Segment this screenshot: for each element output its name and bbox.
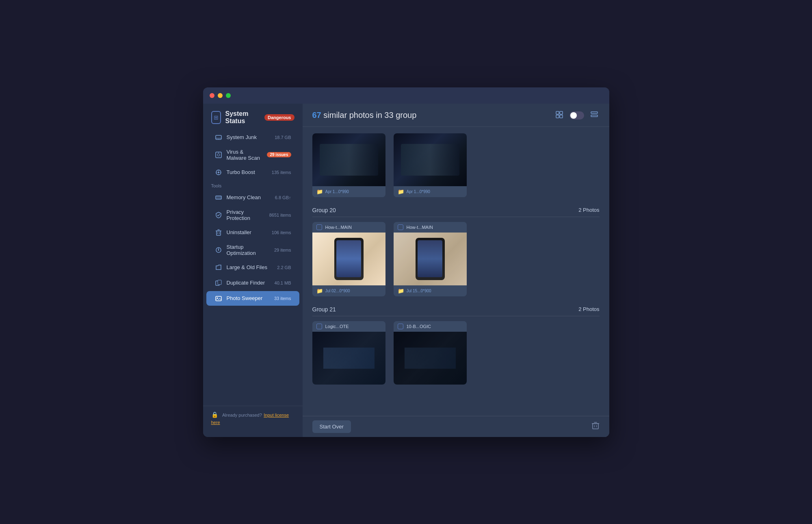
- svg-rect-0: [216, 135, 221, 139]
- duplicate-finder-count: 40.1 MB: [275, 280, 291, 285]
- photo-footer: 📁 Jul 02...0*900: [312, 285, 385, 296]
- sidebar-item-large-old-files[interactable]: Large & Old Files 2.2 GB: [206, 260, 299, 275]
- duplicate-finder-icon: [214, 279, 223, 287]
- startup-optimization-label: Startup Optimization: [227, 244, 270, 256]
- photo-card-header: How-t...MAIN: [312, 222, 385, 233]
- close-button[interactable]: [210, 93, 214, 98]
- photo-sweeper-count: 33 items: [274, 296, 291, 301]
- sidebar-item-duplicate-finder[interactable]: Duplicate Finder 40.1 MB: [206, 276, 299, 290]
- virus-scan-label: Virus & Malware Scan: [227, 149, 263, 161]
- large-old-files-count: 2.2 GB: [277, 265, 291, 270]
- folder-icon: 📁: [398, 288, 404, 294]
- virus-issues-badge: 29 issues: [267, 152, 291, 157]
- sidebar-item-virus-scan[interactable]: Virus & Malware Scan 29 issues: [206, 146, 299, 164]
- photo-checkbox[interactable]: [316, 324, 322, 329]
- memory-clean-icon: [214, 194, 223, 202]
- photo-card-group20-2[interactable]: How-t...MAIN 📁 Jul 15...0*900: [394, 222, 467, 296]
- virus-scan-icon: [214, 151, 223, 159]
- maximize-button[interactable]: [226, 93, 231, 98]
- list-view-button[interactable]: [589, 109, 600, 122]
- title-bar: [203, 87, 609, 104]
- svg-point-24: [218, 249, 219, 250]
- photo-footer: 📁 Jul 15...0*900: [394, 285, 467, 296]
- sidebar-item-privacy-protection[interactable]: Privacy Protection 8651 items: [206, 206, 299, 224]
- photo-checkbox[interactable]: [398, 224, 403, 230]
- folder-icon: 📁: [398, 189, 404, 195]
- group-21-header: Group 21 2 Photos: [312, 303, 600, 316]
- system-junk-label: System Junk: [227, 134, 271, 140]
- start-over-button[interactable]: Start Over: [312, 420, 351, 433]
- privacy-protection-label: Privacy Protection: [227, 209, 265, 221]
- delete-button[interactable]: [591, 422, 600, 432]
- turbo-boost-count: 135 items: [272, 170, 291, 175]
- group-20-header: Group 20 2 Photos: [312, 204, 600, 217]
- photo-count: 67: [312, 111, 321, 120]
- photo-meta: Jul 15...0*900: [407, 289, 431, 293]
- group-21-name: Group 21: [312, 306, 336, 313]
- svg-point-2: [218, 139, 219, 139]
- privacy-protection-icon: [214, 211, 223, 219]
- sidebar-header: ⊞ System Status Dangerous: [203, 104, 303, 130]
- photo-filename: 10-B...OGIC: [407, 324, 431, 329]
- group-21-photos: Logic...OTE 10-B...OGIC: [312, 321, 600, 385]
- photo-thumbnail: [312, 133, 385, 186]
- sidebar-item-startup-optimization[interactable]: Startup Optimization 29 items: [206, 241, 299, 259]
- svg-rect-29: [556, 111, 559, 114]
- sidebar-item-system-junk[interactable]: System Junk 18.7 GB: [206, 130, 299, 145]
- startup-optimization-icon: [214, 246, 223, 254]
- system-junk-count: 18.7 GB: [275, 135, 291, 140]
- minimize-button[interactable]: [218, 93, 223, 98]
- folder-icon: 📁: [316, 189, 323, 195]
- photo-group-top: 📁 Apr 1...0*990 📁 Apr 1...0*990: [312, 133, 600, 197]
- turbo-boost-label: Turbo Boost: [227, 169, 268, 175]
- svg-rect-35: [593, 424, 598, 429]
- svg-rect-30: [560, 111, 563, 114]
- sidebar-item-photo-sweeper[interactable]: Photo Sweeper 33 items: [206, 291, 299, 306]
- system-junk-icon: [214, 133, 223, 141]
- photo-footer: 📁 Apr 1...0*990: [394, 186, 467, 197]
- main-content: 67 similar photos in 33 group: [303, 104, 609, 437]
- sidebar: ⊞ System Status Dangerous System Junk 18…: [203, 104, 303, 437]
- photo-thumbnail: [394, 332, 467, 385]
- photos-row: 📁 Apr 1...0*990 📁 Apr 1...0*990: [312, 133, 600, 197]
- svg-point-7: [218, 172, 219, 173]
- photo-group-21: Group 21 2 Photos Logic...OTE: [312, 303, 600, 385]
- tools-section-header: Tools: [203, 180, 303, 190]
- photo-card[interactable]: 📁 Apr 1...0*990: [312, 133, 385, 197]
- svg-rect-26: [218, 280, 221, 285]
- photo-card[interactable]: 📁 Apr 1...0*990: [394, 133, 467, 197]
- grid-view-button[interactable]: [554, 109, 565, 122]
- duplicate-finder-label: Duplicate Finder: [227, 280, 271, 286]
- photo-checkbox[interactable]: [398, 324, 403, 329]
- photo-card-group20-1[interactable]: How-t...MAIN 📁 Jul 02...0*900: [312, 222, 385, 296]
- photo-thumbnail: [394, 133, 467, 186]
- memory-clean-count: 6.8 GB↑: [275, 195, 291, 200]
- photo-card-header: 10-B...OGIC: [394, 321, 467, 332]
- sidebar-item-memory-clean[interactable]: Memory Clean 6.8 GB↑: [206, 190, 299, 205]
- photo-card-group21-1[interactable]: Logic...OTE: [312, 321, 385, 385]
- view-toggle[interactable]: [569, 111, 584, 120]
- title-suffix: similar photos in 33 group: [321, 111, 417, 120]
- uninstaller-label: Uninstaller: [227, 229, 268, 235]
- svg-rect-27: [216, 296, 221, 301]
- sidebar-footer: 🔒 Already purchased? Input license here: [203, 406, 303, 431]
- turbo-boost-icon: [214, 168, 223, 176]
- photo-footer: 📁 Apr 1...0*990: [312, 186, 385, 197]
- photo-card-group21-2[interactable]: 10-B...OGIC: [394, 321, 467, 385]
- group-20-count: 2 Photos: [578, 207, 599, 213]
- app-body: ⊞ System Status Dangerous System Junk 18…: [203, 104, 609, 437]
- photo-sweeper-icon: [214, 294, 223, 302]
- uninstaller-icon: [214, 228, 223, 237]
- group-20-name: Group 20: [312, 207, 336, 213]
- photo-thumbnail: [312, 233, 385, 285]
- photo-filename: Logic...OTE: [325, 324, 349, 329]
- sidebar-item-uninstaller[interactable]: Uninstaller 106 items: [206, 225, 299, 240]
- main-title: 67 similar photos in 33 group: [312, 111, 554, 120]
- large-old-files-icon: [214, 263, 223, 272]
- sidebar-item-turbo-boost[interactable]: Turbo Boost 135 items: [206, 165, 299, 180]
- app-window: ⊞ System Status Dangerous System Junk 18…: [203, 87, 609, 437]
- photo-checkbox[interactable]: [316, 224, 322, 230]
- folder-icon: 📁: [316, 288, 323, 294]
- lock-icon: 🔒: [211, 411, 218, 418]
- content-scroll[interactable]: 📁 Apr 1...0*990 📁 Apr 1...0*990: [303, 127, 609, 416]
